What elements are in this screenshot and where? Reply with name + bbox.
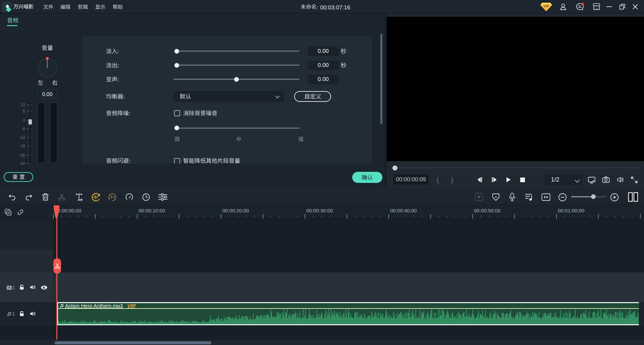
svg-text:0: 0 xyxy=(23,118,25,123)
svg-text:12: 12 xyxy=(21,102,25,107)
svg-text:-6: -6 xyxy=(21,127,25,131)
svg-text:-18: -18 xyxy=(19,144,25,148)
svg-text:6: 6 xyxy=(23,109,25,114)
svg-text:-48: -48 xyxy=(19,161,25,164)
svg-text:-12: -12 xyxy=(19,135,25,140)
svg-text:-30: -30 xyxy=(19,153,25,158)
svg-text:T: T xyxy=(110,195,113,199)
svg-text:VIP: VIP xyxy=(543,4,549,8)
